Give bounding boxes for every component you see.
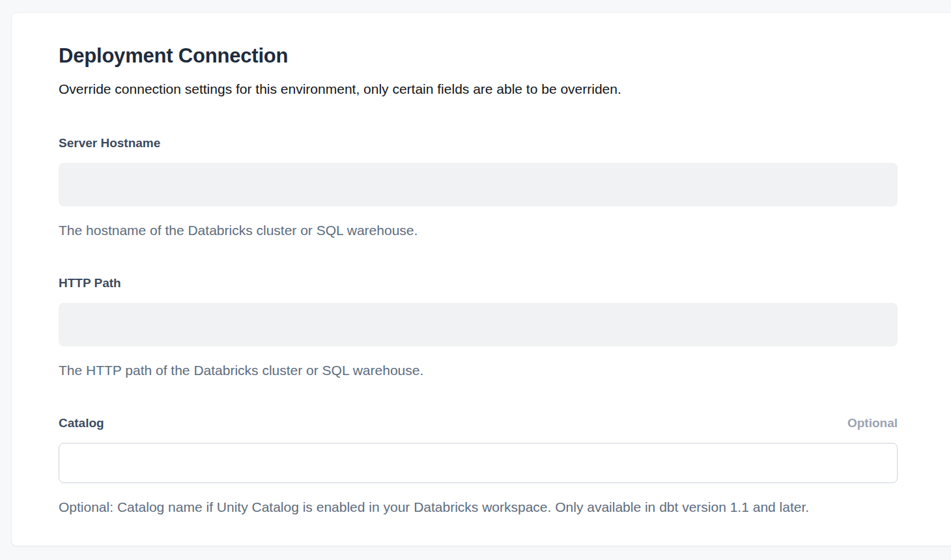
label-row: HTTP Path [59,275,898,291]
catalog-label: Catalog [59,415,104,431]
field-group-catalog: Catalog Optional Optional: Catalog name … [59,415,898,516]
field-group-http-path: HTTP Path The HTTP path of the Databrick… [59,275,898,380]
catalog-helper: Optional: Catalog name if Unity Catalog … [59,497,898,516]
server-hostname-label: Server Hostname [59,135,160,151]
field-group-server-hostname: Server Hostname The hostname of the Data… [59,135,898,240]
http-path-helper: The HTTP path of the Databricks cluster … [59,361,898,380]
catalog-optional-badge: Optional [847,415,898,431]
page-subtitle: Override connection settings for this en… [59,79,898,98]
server-hostname-input [59,163,898,206]
catalog-input[interactable] [59,443,898,483]
page-title: Deployment Connection [59,43,898,69]
deployment-connection-card: Deployment Connection Override connectio… [12,13,951,546]
label-row: Server Hostname [59,135,898,151]
label-row: Catalog Optional [59,415,898,431]
http-path-input [59,303,898,346]
http-path-label: HTTP Path [59,275,121,291]
server-hostname-helper: The hostname of the Databricks cluster o… [59,221,898,240]
card-content: Deployment Connection Override connectio… [59,13,898,516]
